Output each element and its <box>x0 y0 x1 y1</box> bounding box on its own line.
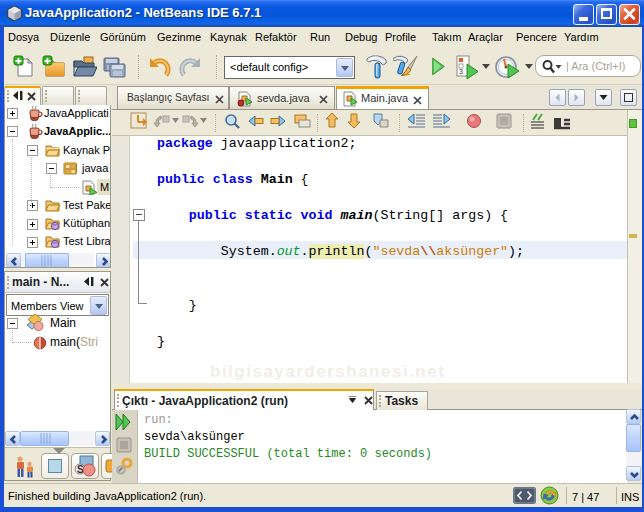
svg-text:3: 3 <box>459 68 463 75</box>
